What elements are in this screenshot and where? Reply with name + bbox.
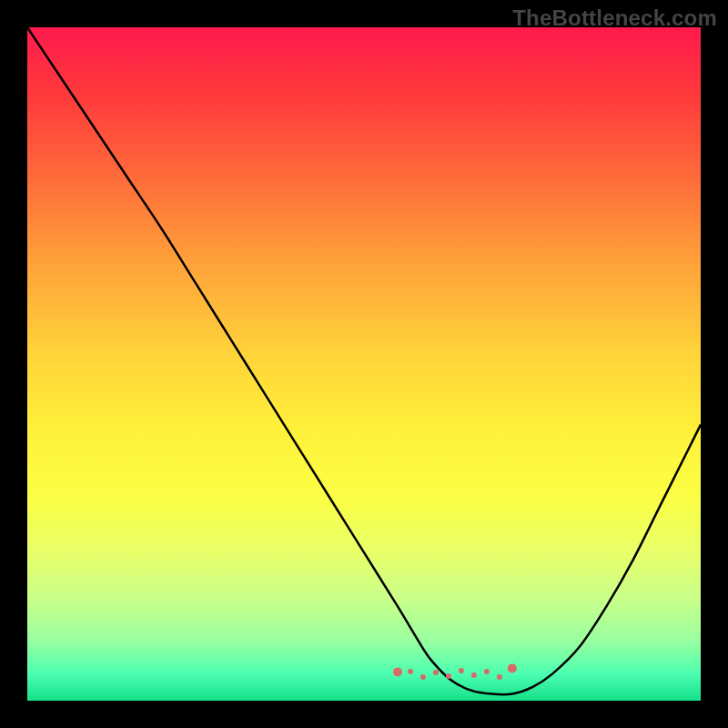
svg-point-3 [420, 674, 426, 680]
svg-point-7 [471, 672, 477, 678]
svg-point-2 [408, 669, 413, 674]
plot-area [27, 27, 701, 701]
svg-point-6 [459, 668, 464, 673]
chart-container: TheBottleneck.com [0, 0, 728, 728]
svg-point-1 [508, 663, 517, 672]
bottleneck-curve [27, 27, 701, 701]
svg-point-9 [497, 674, 502, 680]
svg-point-5 [446, 673, 451, 679]
svg-point-0 [393, 667, 402, 676]
svg-point-4 [433, 670, 439, 675]
svg-point-8 [484, 669, 490, 674]
